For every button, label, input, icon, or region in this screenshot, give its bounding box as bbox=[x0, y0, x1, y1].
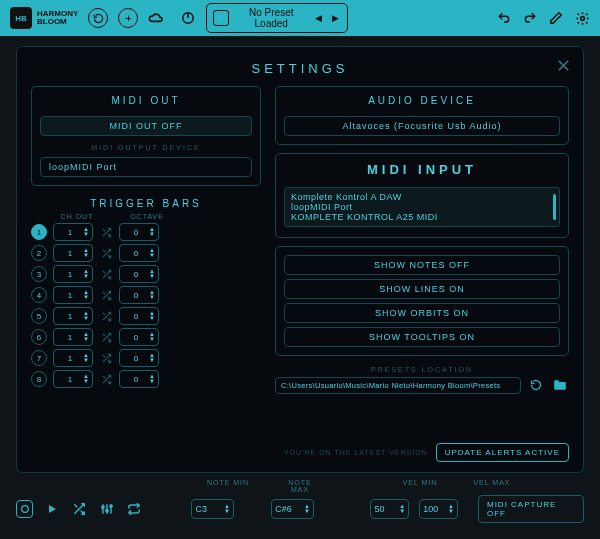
note-min-label: NOTE MIN bbox=[206, 479, 250, 493]
trigger-ch-stepper[interactable]: 1▲▼ bbox=[53, 328, 93, 346]
trigger-ch-stepper[interactable]: 1▲▼ bbox=[53, 265, 93, 283]
shuffle-icon[interactable] bbox=[99, 246, 113, 260]
trigger-ch-stepper[interactable]: 1▲▼ bbox=[53, 223, 93, 241]
display-toggles-panel: SHOW NOTES OFF SHOW LINES ON SHOW ORBITS… bbox=[275, 246, 569, 356]
audio-device-title: AUDIO DEVICE bbox=[284, 95, 560, 106]
preset-strip[interactable]: ⁙ No Preset Loaded ◀ ▶ bbox=[206, 3, 348, 33]
record-icon[interactable] bbox=[16, 500, 33, 518]
note-max-label: NOTE MAX bbox=[278, 479, 322, 493]
trigger-oct-stepper[interactable]: 0▲▼ bbox=[119, 286, 159, 304]
loop-icon[interactable] bbox=[125, 500, 142, 518]
trigger-ch-stepper[interactable]: 1▲▼ bbox=[53, 370, 93, 388]
midi-out-panel: MIDI OUT MIDI OUT OFF MIDI OUTPUT DEVICE… bbox=[31, 86, 261, 186]
sliders-icon[interactable] bbox=[98, 500, 115, 518]
midi-input-item[interactable]: loopMIDI Port bbox=[291, 202, 553, 212]
shuffle-icon[interactable] bbox=[99, 225, 113, 239]
vel-min-stepper[interactable]: 50 ▲▼ bbox=[370, 499, 409, 519]
trigger-ch-stepper[interactable]: 1▲▼ bbox=[53, 244, 93, 262]
midi-out-device-select[interactable]: loopMIDI Port bbox=[40, 157, 252, 177]
show-orbits-toggle[interactable]: SHOW ORBITS ON bbox=[284, 303, 560, 323]
trigger-ch-stepper[interactable]: 1▲▼ bbox=[53, 307, 93, 325]
folder-icon[interactable] bbox=[551, 376, 569, 394]
shuffle-icon[interactable] bbox=[99, 288, 113, 302]
trigger-row-6: 61▲▼0▲▼ bbox=[31, 328, 261, 346]
audio-device-select[interactable]: Altavoces (Focusrite Usb Audio) bbox=[284, 116, 560, 136]
presets-path-field[interactable]: C:\Users\Usuario\Music\Mario Nieto\Harmo… bbox=[275, 377, 521, 394]
preset-prev[interactable]: ◀ bbox=[313, 13, 324, 23]
shuffle-icon[interactable] bbox=[99, 351, 113, 365]
midi-input-item[interactable]: Komplete Kontrol A DAW bbox=[291, 192, 553, 202]
power-icon[interactable] bbox=[180, 10, 196, 26]
svg-point-10 bbox=[110, 505, 112, 507]
trigger-ch-stepper[interactable]: 1▲▼ bbox=[53, 349, 93, 367]
reload-presets-icon[interactable] bbox=[527, 376, 545, 394]
midi-capture-toggle[interactable]: MIDI CAPTURE OFF bbox=[478, 495, 584, 523]
pencil-icon[interactable] bbox=[548, 10, 564, 26]
trigger-row-8: 81▲▼0▲▼ bbox=[31, 370, 261, 388]
cloud-icon[interactable] bbox=[148, 10, 164, 26]
midi-out-device-label: MIDI OUTPUT DEVICE bbox=[40, 144, 252, 151]
midi-out-toggle[interactable]: MIDI OUT OFF bbox=[40, 116, 252, 136]
close-icon[interactable]: ✕ bbox=[556, 55, 571, 77]
trigger-row-num[interactable]: 3 bbox=[31, 266, 47, 282]
trigger-row-5: 51▲▼0▲▼ bbox=[31, 307, 261, 325]
shuffle-icon[interactable] bbox=[71, 500, 88, 518]
show-notes-toggle[interactable]: SHOW NOTES OFF bbox=[284, 255, 560, 275]
midi-input-item[interactable]: KOMPLETE KONTROL A25 MIDI bbox=[291, 212, 553, 222]
trigger-row-num[interactable]: 1 bbox=[31, 224, 47, 240]
note-max-stepper[interactable]: C#6 ▲▼ bbox=[271, 499, 314, 519]
show-tooltips-toggle[interactable]: SHOW TOOLTIPS ON bbox=[284, 327, 560, 347]
midi-input-scrollbar[interactable] bbox=[553, 194, 556, 220]
add-icon[interactable]: + bbox=[118, 8, 138, 28]
reload-icon[interactable] bbox=[88, 8, 108, 28]
bottom-bar: NOTE MIN NOTE MAX VEL MIN VEL MAX bbox=[0, 479, 600, 539]
trigger-oct-stepper[interactable]: 0▲▼ bbox=[119, 370, 159, 388]
trigger-row-7: 71▲▼0▲▼ bbox=[31, 349, 261, 367]
play-icon[interactable] bbox=[43, 500, 60, 518]
trigger-row-4: 41▲▼0▲▼ bbox=[31, 286, 261, 304]
trigger-row-num[interactable]: 6 bbox=[31, 329, 47, 345]
midi-input-panel: MIDI INPUT Komplete Kontrol A DAWloopMID… bbox=[275, 153, 569, 238]
note-min-stepper[interactable]: C3 ▲▼ bbox=[191, 499, 234, 519]
shuffle-icon[interactable] bbox=[99, 267, 113, 281]
trigger-oct-stepper[interactable]: 0▲▼ bbox=[119, 223, 159, 241]
trigger-row-num[interactable]: 5 bbox=[31, 308, 47, 324]
midi-input-list[interactable]: Komplete Kontrol A DAWloopMIDI PortKOMPL… bbox=[284, 187, 560, 227]
trigger-oct-stepper[interactable]: 0▲▼ bbox=[119, 244, 159, 262]
logo-badge: HB bbox=[10, 7, 32, 29]
presets-location-panel: PRESETS LOCATION C:\Users\Usuario\Music\… bbox=[275, 364, 569, 394]
midi-input-title: MIDI INPUT bbox=[284, 162, 560, 177]
trigger-oct-stepper[interactable]: 0▲▼ bbox=[119, 265, 159, 283]
trigger-row-num[interactable]: 8 bbox=[31, 371, 47, 387]
dice-icon[interactable]: ⁙ bbox=[213, 10, 229, 26]
gear-icon[interactable] bbox=[574, 10, 590, 26]
shuffle-icon[interactable] bbox=[99, 330, 113, 344]
trigger-row-num[interactable]: 7 bbox=[31, 350, 47, 366]
preset-next[interactable]: ▶ bbox=[330, 13, 341, 23]
vel-max-label: VEL MAX bbox=[470, 479, 514, 493]
trigger-row-3: 31▲▼0▲▼ bbox=[31, 265, 261, 283]
topbar: HB HARMONYBLOOM + ⁙ No Preset Loaded ◀ ▶ bbox=[0, 0, 600, 36]
svg-point-8 bbox=[101, 506, 103, 508]
trigger-row-2: 21▲▼0▲▼ bbox=[31, 244, 261, 262]
redo-icon[interactable] bbox=[522, 10, 538, 26]
update-alerts-button[interactable]: UPDATE ALERTS ACTIVE bbox=[436, 443, 569, 462]
preset-label: No Preset Loaded bbox=[235, 7, 307, 29]
trigger-head-oct: OCTAVE bbox=[127, 213, 167, 220]
trigger-oct-stepper[interactable]: 0▲▼ bbox=[119, 307, 159, 325]
logo-text: HARMONYBLOOM bbox=[37, 10, 78, 26]
shuffle-icon[interactable] bbox=[99, 309, 113, 323]
shuffle-icon[interactable] bbox=[99, 372, 113, 386]
modal-title: SETTINGS bbox=[31, 61, 569, 76]
trigger-oct-stepper[interactable]: 0▲▼ bbox=[119, 328, 159, 346]
trigger-row-num[interactable]: 4 bbox=[31, 287, 47, 303]
trigger-row-num[interactable]: 2 bbox=[31, 245, 47, 261]
undo-icon[interactable] bbox=[496, 10, 512, 26]
svg-marker-4 bbox=[49, 505, 56, 513]
vel-max-stepper[interactable]: 100 ▲▼ bbox=[419, 499, 458, 519]
svg-point-9 bbox=[105, 510, 107, 512]
show-lines-toggle[interactable]: SHOW LINES ON bbox=[284, 279, 560, 299]
settings-modal: SETTINGS ✕ MIDI OUT MIDI OUT OFF MIDI OU… bbox=[16, 46, 584, 473]
trigger-oct-stepper[interactable]: 0▲▼ bbox=[119, 349, 159, 367]
trigger-ch-stepper[interactable]: 1▲▼ bbox=[53, 286, 93, 304]
